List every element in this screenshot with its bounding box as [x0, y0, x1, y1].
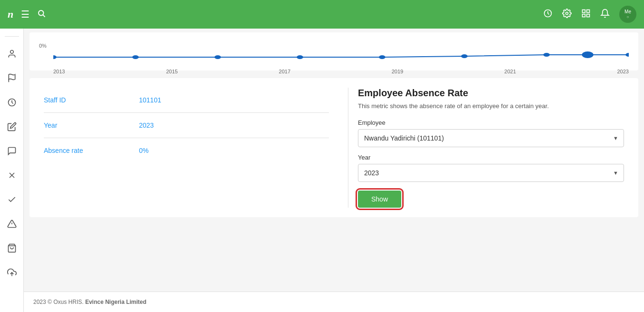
- results-section: Staff ID 101101 Year 2023 Absence rate 0…: [30, 78, 638, 217]
- navbar: n ☰: [0, 0, 644, 29]
- svg-rect-6: [583, 14, 585, 17]
- form-title: Employee Absence Rate: [358, 88, 624, 99]
- sidebar-item-clock[interactable]: [5, 96, 19, 111]
- svg-point-18: [132, 55, 139, 59]
- chart-year: 2019: [392, 69, 403, 74]
- sidebar-item-check[interactable]: [5, 193, 19, 209]
- data-table: Staff ID 101101 Year 2023 Absence rate 0…: [44, 88, 329, 208]
- svg-point-21: [379, 55, 386, 59]
- sidebar-item-close[interactable]: [5, 169, 19, 184]
- year-form-label: Year: [358, 154, 624, 161]
- svg-rect-7: [587, 14, 590, 17]
- employee-label: Employee: [358, 119, 624, 126]
- absence-rate-value: 0%: [139, 147, 149, 154]
- gear-icon[interactable]: [562, 9, 572, 20]
- bell-icon[interactable]: [600, 9, 610, 20]
- svg-point-20: [297, 55, 303, 59]
- sidebar-item-chat[interactable]: [5, 144, 19, 160]
- year-label: Year: [44, 121, 139, 129]
- svg-rect-4: [583, 10, 585, 12]
- svg-point-19: [215, 55, 221, 59]
- chart-line: 0%: [39, 43, 629, 67]
- employee-select[interactable]: Nwandu Yadirichi (101101): [358, 129, 624, 147]
- chart-year: 2015: [166, 69, 178, 74]
- svg-line-1: [43, 15, 45, 17]
- svg-point-3: [566, 12, 568, 14]
- sidebar-item-bag[interactable]: [5, 242, 19, 257]
- svg-point-8: [10, 50, 13, 54]
- main-layout: 0% 2013 2015: [0, 29, 644, 312]
- chart-year: 2017: [279, 69, 290, 74]
- svg-point-25: [625, 53, 629, 57]
- svg-point-24: [582, 51, 594, 58]
- app-logo: n: [8, 8, 13, 20]
- sidebar-divider-top: [5, 36, 19, 37]
- year-form-group: Year 2023 2022 2021 2020 2019 2018: [358, 154, 624, 182]
- footer: 2023 © Oxus HRIS. Evince Nigeria Limited: [24, 292, 644, 312]
- content-area: 0% 2013 2015: [24, 29, 644, 312]
- sidebar-item-flag[interactable]: [5, 71, 19, 87]
- clock-icon[interactable]: [543, 9, 553, 20]
- show-button[interactable]: Show: [358, 191, 401, 208]
- employee-select-wrapper: Nwandu Yadirichi (101101): [358, 129, 624, 147]
- svg-point-22: [461, 54, 468, 58]
- navbar-right: Me ○: [543, 6, 636, 23]
- chart-years: 2013 2015 2017 2019 2021 2023: [39, 69, 629, 74]
- chart-year: 2021: [505, 69, 516, 74]
- svg-point-23: [543, 53, 550, 57]
- svg-rect-5: [587, 10, 590, 12]
- year-value: 2023: [139, 121, 154, 129]
- table-row: Year 2023: [44, 113, 329, 138]
- chart-zero-label: 0%: [39, 43, 47, 49]
- menu-icon[interactable]: ☰: [21, 9, 30, 20]
- chart-year: 2013: [53, 69, 65, 74]
- sidebar-item-alert[interactable]: [5, 217, 19, 233]
- form-panel: Employee Absence Rate This metric shows …: [348, 88, 624, 208]
- chart-area: 0% 2013 2015: [30, 32, 638, 70]
- staff-id-value: 101101: [139, 96, 161, 104]
- chart-year: 2023: [617, 69, 628, 74]
- chart-svg: [53, 48, 629, 67]
- search-icon[interactable]: [37, 9, 46, 20]
- staff-id-label: Staff ID: [44, 96, 139, 104]
- table-row: Absence rate 0%: [44, 138, 329, 163]
- avatar[interactable]: Me ○: [619, 6, 636, 23]
- year-select-wrapper: 2023 2022 2021 2020 2019 2018: [358, 164, 624, 182]
- footer-text: 2023 © Oxus HRIS.: [33, 299, 84, 305]
- sidebar-item-user[interactable]: [5, 47, 19, 63]
- svg-point-0: [39, 10, 44, 16]
- employee-form-group: Employee Nwandu Yadirichi (101101): [358, 119, 624, 147]
- absence-rate-label: Absence rate: [44, 147, 139, 154]
- sidebar-item-edit[interactable]: [5, 120, 19, 136]
- sidebar-item-upload[interactable]: [5, 266, 19, 282]
- table-row: Staff ID 101101: [44, 88, 329, 113]
- grid-icon[interactable]: [581, 9, 591, 20]
- footer-company: Evince Nigeria Limited: [85, 299, 147, 305]
- year-select[interactable]: 2023 2022 2021 2020 2019 2018: [358, 164, 624, 182]
- form-description: This metric shows the absence rate of an…: [358, 102, 624, 110]
- svg-point-17: [53, 55, 57, 59]
- sidebar: [0, 29, 24, 312]
